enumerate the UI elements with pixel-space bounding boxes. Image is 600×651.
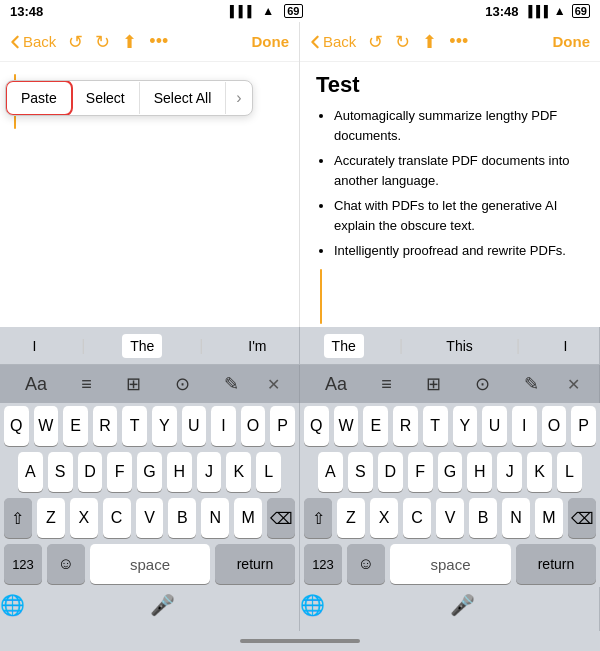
key-M2[interactable]: M — [535, 498, 563, 538]
key-E2[interactable]: E — [363, 406, 388, 446]
redo-icon-right[interactable]: ↻ — [395, 31, 410, 53]
key-O[interactable]: O — [241, 406, 266, 446]
close-keyboard-right[interactable]: ✕ — [567, 375, 580, 394]
redo-icon-left[interactable]: ↻ — [95, 31, 110, 53]
key-S2[interactable]: S — [348, 452, 373, 492]
share-icon-left[interactable]: ⬆ — [122, 31, 137, 53]
autocorrect-word[interactable]: The — [122, 334, 162, 358]
shift-key-right[interactable]: ⇧ — [304, 498, 332, 538]
key-A2[interactable]: A — [318, 452, 343, 492]
key-M[interactable]: M — [234, 498, 262, 538]
close-keyboard-left[interactable]: ✕ — [267, 375, 280, 394]
space-key-right[interactable]: space — [390, 544, 511, 584]
key-V2[interactable]: V — [436, 498, 464, 538]
autocorrect-word[interactable]: I — [24, 334, 44, 358]
font-size-icon-left[interactable]: Aa — [19, 370, 53, 399]
scribble-icon-left[interactable]: ✎ — [218, 369, 245, 399]
done-button-right[interactable]: Done — [553, 33, 591, 50]
key-F2[interactable]: F — [408, 452, 433, 492]
select-all-button[interactable]: Select All — [140, 82, 227, 114]
mic-icon-right[interactable]: 🎤 — [450, 593, 475, 617]
more-icon-left[interactable]: ••• — [149, 31, 168, 52]
key-P2[interactable]: P — [571, 406, 596, 446]
key-V[interactable]: V — [136, 498, 164, 538]
key-F[interactable]: F — [107, 452, 132, 492]
delete-key-left[interactable]: ⌫ — [267, 498, 295, 538]
key-U2[interactable]: U — [482, 406, 507, 446]
key-B2[interactable]: B — [469, 498, 497, 538]
autocorrect-word[interactable]: I'm — [240, 334, 274, 358]
key-E[interactable]: E — [63, 406, 88, 446]
key-Q2[interactable]: Q — [304, 406, 329, 446]
emoji-key-left[interactable]: ☺ — [47, 544, 85, 584]
undo-icon-right[interactable]: ↺ — [368, 31, 383, 53]
key-J2[interactable]: J — [497, 452, 522, 492]
key-Q[interactable]: Q — [4, 406, 29, 446]
key-C[interactable]: C — [103, 498, 131, 538]
key-H[interactable]: H — [167, 452, 192, 492]
key-W2[interactable]: W — [334, 406, 359, 446]
key-Z2[interactable]: Z — [337, 498, 365, 538]
select-button[interactable]: Select — [72, 82, 140, 114]
shift-key-left[interactable]: ⇧ — [4, 498, 32, 538]
key-L2[interactable]: L — [557, 452, 582, 492]
key-R2[interactable]: R — [393, 406, 418, 446]
key-X2[interactable]: X — [370, 498, 398, 538]
key-I2[interactable]: I — [512, 406, 537, 446]
return-key-left[interactable]: return — [215, 544, 295, 584]
autocorrect-word[interactable]: I — [555, 334, 575, 358]
key-H2[interactable]: H — [467, 452, 492, 492]
key-W[interactable]: W — [34, 406, 59, 446]
camera-icon-left[interactable]: ⊙ — [169, 369, 196, 399]
key-G[interactable]: G — [137, 452, 162, 492]
key-L[interactable]: L — [256, 452, 281, 492]
more-icon-right[interactable]: ••• — [449, 31, 468, 52]
key-U[interactable]: U — [182, 406, 207, 446]
key-K2[interactable]: K — [527, 452, 552, 492]
key-T2[interactable]: T — [423, 406, 448, 446]
key-D[interactable]: D — [78, 452, 103, 492]
key-B[interactable]: B — [168, 498, 196, 538]
key-Y[interactable]: Y — [152, 406, 177, 446]
key-D2[interactable]: D — [378, 452, 403, 492]
table-icon-left[interactable]: ⊞ — [120, 369, 147, 399]
scribble-icon-right[interactable]: ✎ — [518, 369, 545, 399]
paste-button[interactable]: Paste — [5, 80, 73, 116]
emoji-key-right[interactable]: ☺ — [347, 544, 385, 584]
key-N[interactable]: N — [201, 498, 229, 538]
globe-icon-right[interactable]: 🌐 — [300, 593, 325, 617]
return-key-right[interactable]: return — [516, 544, 596, 584]
autocorrect-word[interactable]: The — [324, 334, 364, 358]
done-button-left[interactable]: Done — [252, 33, 290, 50]
key-R[interactable]: R — [93, 406, 118, 446]
key-K[interactable]: K — [226, 452, 251, 492]
key-X[interactable]: X — [70, 498, 98, 538]
num-key-right[interactable]: 123 — [304, 544, 342, 584]
key-S[interactable]: S — [48, 452, 73, 492]
key-J[interactable]: J — [197, 452, 222, 492]
key-Y2[interactable]: Y — [453, 406, 478, 446]
key-A[interactable]: A — [18, 452, 43, 492]
key-C2[interactable]: C — [403, 498, 431, 538]
globe-icon-left[interactable]: 🌐 — [0, 593, 25, 617]
font-size-icon-right[interactable]: Aa — [319, 370, 353, 399]
key-P[interactable]: P — [270, 406, 295, 446]
mic-icon-left[interactable]: 🎤 — [150, 593, 175, 617]
key-Z[interactable]: Z — [37, 498, 65, 538]
context-menu-more-button[interactable]: › — [226, 81, 251, 115]
num-key-left[interactable]: 123 — [4, 544, 42, 584]
key-T[interactable]: T — [122, 406, 147, 446]
table-icon-right[interactable]: ⊞ — [420, 369, 447, 399]
camera-icon-right[interactable]: ⊙ — [469, 369, 496, 399]
key-N2[interactable]: N — [502, 498, 530, 538]
back-button-right[interactable]: Back — [310, 33, 356, 50]
key-O2[interactable]: O — [542, 406, 567, 446]
back-button-left[interactable]: Back — [10, 33, 56, 50]
autocorrect-word[interactable]: This — [438, 334, 480, 358]
delete-key-right[interactable]: ⌫ — [568, 498, 596, 538]
key-I[interactable]: I — [211, 406, 236, 446]
undo-icon-left[interactable]: ↺ — [68, 31, 83, 53]
key-G2[interactable]: G — [438, 452, 463, 492]
share-icon-right[interactable]: ⬆ — [422, 31, 437, 53]
list-icon-left[interactable]: ≡ — [75, 370, 98, 399]
